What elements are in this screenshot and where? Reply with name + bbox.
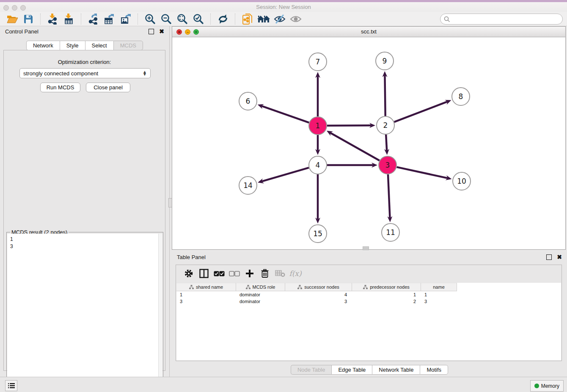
tab-mcds[interactable]: MCDS xyxy=(113,41,143,50)
table-cell[interactable]: dominator xyxy=(236,298,285,305)
float-panel-icon[interactable] xyxy=(149,29,154,34)
edge-1-6[interactable] xyxy=(261,106,309,123)
search-input[interactable] xyxy=(450,14,562,24)
table-cell[interactable]: 2 xyxy=(352,298,421,305)
refresh-layout-button[interactable] xyxy=(216,13,230,25)
network-window-titlebar: ✕ – + scc.txt xyxy=(172,27,565,37)
memory-status-icon xyxy=(534,384,539,388)
node-table: shared nameMCDS rolesuccessor nodesprede… xyxy=(176,283,561,360)
table-tab-network-table[interactable]: Network Table xyxy=(372,365,420,375)
edge-3-11[interactable] xyxy=(388,174,390,218)
optimization-criterion-label: Optimization criterion: xyxy=(4,59,165,65)
column-label: predecessor nodes xyxy=(370,284,410,290)
edge-3-10[interactable] xyxy=(396,167,448,178)
save-floppy-icon xyxy=(23,14,33,24)
table-cell[interactable]: 1 xyxy=(352,291,421,298)
open-session-button[interactable] xyxy=(5,13,19,25)
clone-network-icon xyxy=(242,13,253,25)
table-cell[interactable]: 3 xyxy=(285,298,352,305)
graph-node-label: 1 xyxy=(316,121,320,130)
split-panel-button[interactable] xyxy=(196,267,212,280)
table-tab-node-table[interactable]: Node Table xyxy=(291,365,332,375)
edge-3-1[interactable] xyxy=(330,133,380,160)
table-cell[interactable]: 4 xyxy=(285,291,352,298)
zoom-out-button[interactable] xyxy=(159,13,173,25)
table-cell[interactable]: 1 xyxy=(421,291,457,298)
float-table-panel-icon[interactable] xyxy=(546,254,552,260)
column-header-shared-name[interactable]: shared name xyxy=(176,283,236,291)
network-graph[interactable]: 1234678910111415 xyxy=(172,37,565,249)
edge-2-8[interactable] xyxy=(394,102,448,122)
delete-table-button[interactable] xyxy=(272,267,288,280)
table-settings-button[interactable] xyxy=(181,267,196,280)
tab-style[interactable]: Style xyxy=(60,41,85,50)
deselect-all-button[interactable] xyxy=(227,267,242,280)
edge-4-14[interactable] xyxy=(261,168,309,181)
result-scrollbar[interactable] xyxy=(158,234,162,392)
tab-network[interactable]: Network xyxy=(26,41,60,50)
column-header-successor-nodes[interactable]: successor nodes xyxy=(285,283,352,291)
task-history-button[interactable] xyxy=(5,380,17,391)
hide-graphics-details-button[interactable] xyxy=(272,13,287,25)
column-header-name[interactable]: name xyxy=(421,283,457,291)
graph-node-label: 7 xyxy=(316,58,320,66)
edge-1-2[interactable] xyxy=(327,125,372,126)
tab-select[interactable]: Select xyxy=(85,41,113,50)
export-table-button[interactable] xyxy=(102,13,117,25)
clone-network-button[interactable] xyxy=(240,13,255,25)
close-table-panel-icon[interactable]: ✖ xyxy=(557,255,562,259)
import-network-button[interactable] xyxy=(46,13,60,25)
add-column-button[interactable] xyxy=(242,267,257,280)
export-image-button[interactable] xyxy=(118,13,133,25)
unchecked-boxes-icon xyxy=(229,271,240,276)
table-cell[interactable]: 3 xyxy=(176,298,236,305)
table-panel-header: Table Panel ✖ xyxy=(172,252,567,262)
control-panel-header: Control Panel ✖ xyxy=(0,26,169,36)
run-mcds-button[interactable]: Run MCDS xyxy=(40,83,80,92)
delete-column-button[interactable] xyxy=(257,267,272,280)
memory-label: Memory xyxy=(541,383,559,389)
table-cell[interactable]: 1 xyxy=(176,291,236,298)
table-cell[interactable]: dominator xyxy=(236,291,285,298)
zoom-fit-button[interactable] xyxy=(175,13,190,25)
zoom-selected-button[interactable] xyxy=(191,13,206,25)
close-panel-button[interactable]: Close panel xyxy=(86,83,130,92)
column-header-predecessor-nodes[interactable]: predecessor nodes xyxy=(352,283,421,291)
status-bar: Memory xyxy=(0,377,567,392)
network-window-title: scc.txt xyxy=(172,28,565,35)
graph-node-label: 2 xyxy=(383,121,388,130)
select-all-button[interactable] xyxy=(212,267,227,280)
memory-button[interactable]: Memory xyxy=(530,380,564,392)
network-view-window: ✕ – + scc.txt 1234678910111415 xyxy=(172,26,566,250)
export-image-icon xyxy=(120,14,132,25)
zoom-fit-icon xyxy=(177,14,188,25)
export-network-button[interactable] xyxy=(86,13,101,25)
eye-slash-icon xyxy=(274,14,286,24)
column-label: name xyxy=(433,284,445,290)
zoom-in-button[interactable] xyxy=(143,13,157,25)
edge-2-9[interactable] xyxy=(385,75,385,116)
result-line: 3 xyxy=(10,243,162,250)
criterion-select[interactable]: strongly connected component ▲▼ xyxy=(19,68,151,78)
search-field[interactable] xyxy=(440,14,563,25)
toolbar-separator xyxy=(210,14,211,25)
function-builder-button[interactable]: f(x) xyxy=(288,267,303,280)
list-icon xyxy=(8,383,15,389)
trash-icon xyxy=(261,269,269,278)
table-cell[interactable]: 3 xyxy=(421,298,457,305)
table-row[interactable]: 3dominator323 xyxy=(176,298,561,305)
edge-2-3[interactable] xyxy=(386,135,387,151)
table-tab-motifs[interactable]: Motifs xyxy=(420,365,448,375)
column-header-mcds-role[interactable]: MCDS role xyxy=(236,283,285,291)
show-graphics-details-button[interactable] xyxy=(289,13,303,25)
save-session-button[interactable] xyxy=(21,13,36,25)
import-table-icon xyxy=(64,14,74,25)
import-table-button[interactable] xyxy=(62,13,76,25)
table-tab-edge-table[interactable]: Edge Table xyxy=(331,365,372,375)
search-icon xyxy=(444,16,450,22)
table-row[interactable]: 1dominator411 xyxy=(176,291,561,298)
close-panel-icon[interactable]: ✖ xyxy=(159,29,164,34)
table-panel-tabs: Node TableEdge TableNetwork TableMotifs xyxy=(172,365,567,375)
nested-networks-button[interactable] xyxy=(256,13,271,25)
network-resize-grip[interactable] xyxy=(363,246,369,250)
